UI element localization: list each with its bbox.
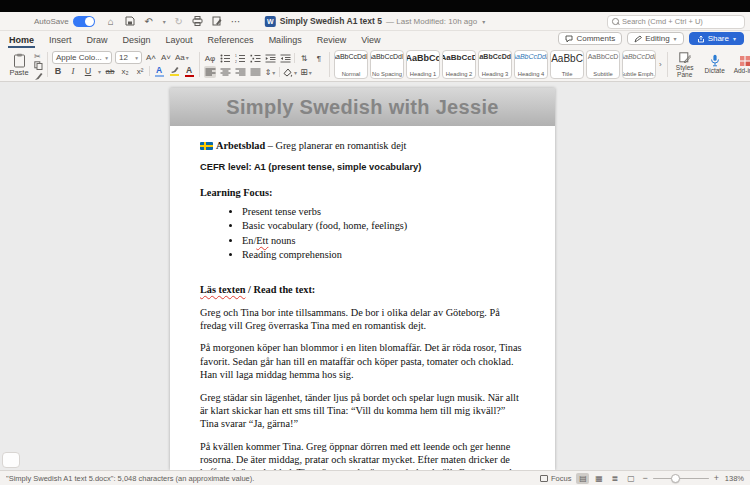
tab-view[interactable]: View — [360, 33, 381, 48]
document-header-banner: Simply Swedish with Jessie — [170, 88, 555, 126]
underline-caret[interactable]: ▾ — [98, 68, 101, 75]
sidebar-toggle[interactable] — [2, 452, 20, 468]
bold-button[interactable]: B — [52, 65, 64, 77]
text-effects-button[interactable]: A — [153, 65, 165, 77]
tab-references[interactable]: References — [207, 33, 255, 48]
zoom-slider-thumb[interactable] — [671, 474, 680, 483]
focus-toggle[interactable]: Focus — [540, 474, 571, 483]
outline-view-button[interactable]: ≣ — [608, 473, 621, 484]
zoom-out-button[interactable]: − — [642, 473, 647, 483]
decrease-indent-button[interactable] — [264, 52, 276, 64]
document-page[interactable]: Simply Swedish with Jessie Arbetsblad – … — [170, 88, 555, 470]
share-label: Share — [708, 34, 729, 43]
subscript-button[interactable]: x₂ — [119, 65, 131, 77]
print-layout-view-button[interactable]: ▤ — [576, 473, 589, 484]
style-chip-heading2[interactable]: AaBbCcDHeading 2 — [442, 50, 476, 79]
document-title-area[interactable]: W Simply Swedish A1 text 5 — Last Modifi… — [265, 12, 485, 30]
svg-text:1: 1 — [235, 54, 237, 58]
print-icon[interactable] — [192, 15, 204, 27]
grow-font-button[interactable]: A˄ — [145, 52, 157, 64]
font-size-combobox[interactable]: 12▾ — [115, 51, 142, 64]
dictate-button[interactable]: Dictate — [702, 50, 728, 79]
tab-draw[interactable]: Draw — [86, 33, 109, 48]
zoom-slider[interactable] — [653, 473, 709, 483]
addins-button[interactable]: Add-ins — [732, 50, 750, 79]
cut-icon[interactable]: ✂ — [34, 52, 43, 61]
font-name-combobox[interactable]: Apple Colo...▾ — [52, 51, 112, 64]
document-body[interactable]: Arbetsblad – Greg planerar en romantisk … — [170, 126, 555, 470]
justify-button[interactable] — [249, 66, 261, 78]
zoom-in-button[interactable]: + — [714, 473, 719, 483]
worksheet-heading: Arbetsblad – Greg planerar en romantisk … — [200, 139, 525, 152]
tab-home[interactable]: Home — [8, 33, 35, 48]
styles-gallery: AaBbCcDdENormal AaBbCcDdENo Spacing AaBb… — [334, 50, 663, 79]
numbered-list-button[interactable]: 12 — [234, 52, 246, 64]
tab-review[interactable]: Review — [316, 33, 348, 48]
line-spacing-button[interactable]: ⇕▾ — [264, 66, 276, 78]
shrink-font-button[interactable]: A˅ — [160, 52, 172, 64]
multilevel-list-button[interactable] — [249, 52, 261, 64]
zoom-percentage[interactable]: 138% — [724, 474, 744, 483]
ribbon-divider — [47, 52, 48, 77]
autosave-toggle[interactable] — [73, 16, 95, 27]
share-button[interactable]: Share ▾ — [689, 32, 744, 45]
font-color-button[interactable]: A — [183, 65, 195, 77]
gallery-expand-icon[interactable]: › — [658, 60, 663, 69]
more-commands-icon[interactable]: ⋯ — [230, 15, 242, 27]
text-effects-bar — [155, 75, 164, 77]
superscript-button[interactable]: x² — [134, 65, 146, 77]
undo-dropdown-caret[interactable]: ▾ — [163, 18, 166, 25]
align-right-button[interactable] — [234, 66, 246, 78]
borders-button[interactable]: ⊞▾ — [300, 66, 312, 78]
tab-insert[interactable]: Insert — [48, 33, 73, 48]
borders-glyph: ⊞ — [300, 67, 308, 77]
show-formatting-button[interactable]: ¶ — [313, 52, 325, 64]
style-chip-heading3[interactable]: AaBbCcDdEHeading 3 — [478, 50, 512, 79]
italic-button[interactable]: I — [67, 65, 79, 77]
dictate-label: Dictate — [705, 67, 725, 74]
style-chip-heading4[interactable]: AaBbCcDdEHeading 4 — [514, 50, 548, 79]
style-chip-normal[interactable]: AaBbCcDdENormal — [334, 50, 368, 79]
style-chip-title[interactable]: AaBbCTitle — [550, 50, 584, 79]
phonetic-guide-button[interactable]: Aφ — [204, 52, 216, 64]
style-chip-subtle-emphasis[interactable]: AaBbCcDdESubtle Emph... — [622, 50, 656, 79]
style-chip-subtitle[interactable]: AaBbCcDSubtitle — [586, 50, 620, 79]
bullet-list-button[interactable] — [219, 52, 231, 64]
document-workspace[interactable]: Simply Swedish with Jessie Arbetsblad – … — [0, 82, 750, 470]
style-brush-icon[interactable] — [34, 72, 43, 82]
styles-pane-button[interactable]: Styles Pane — [672, 50, 698, 79]
align-left-button[interactable] — [204, 66, 216, 78]
spellcheck-flagged-word: Ett — [256, 235, 268, 246]
strikethrough-button[interactable]: ab — [104, 65, 116, 77]
pencil-icon — [634, 35, 642, 43]
comments-button[interactable]: Comments — [558, 32, 622, 45]
format-painter-icon[interactable] — [211, 15, 223, 27]
styles-pane-label: Styles Pane — [672, 64, 698, 78]
change-case-button[interactable]: Aa▾ — [175, 52, 189, 64]
ribbon-home: Paste ✂ Apple Colo...▾ 12▾ — [0, 48, 750, 82]
paste-button[interactable]: Paste — [6, 50, 32, 79]
highlight-color-button[interactable] — [168, 65, 180, 77]
character-count-status[interactable]: "Simply Swedish A1 text 5.docx": 5,048 c… — [6, 474, 540, 483]
style-chip-heading1[interactable]: AaBbCcHeading 1 — [406, 50, 440, 79]
sort-button[interactable]: ⇅ — [298, 52, 310, 64]
tab-layout[interactable]: Layout — [165, 33, 194, 48]
underline-button[interactable]: U — [82, 65, 94, 77]
save-icon[interactable] — [124, 15, 136, 27]
copy-icon[interactable] — [34, 61, 43, 72]
increase-indent-button[interactable] — [279, 52, 291, 64]
undo-icon[interactable]: ↶ — [143, 15, 155, 27]
tab-design[interactable]: Design — [122, 33, 152, 48]
draft-view-button[interactable]: ▢ — [624, 473, 637, 484]
home-icon[interactable]: ⌂ — [105, 15, 117, 27]
clipboard-group: Paste ✂ — [6, 50, 43, 79]
title-dropdown-caret[interactable]: ▾ — [482, 18, 485, 25]
editing-mode-button[interactable]: Editing ▾ — [627, 32, 683, 45]
search-input[interactable]: Search (Cmd + Ctrl + U) — [607, 15, 745, 29]
style-chip-no-spacing[interactable]: AaBbCcDdENo Spacing — [370, 50, 404, 79]
redo-icon[interactable]: ↻ — [173, 15, 185, 27]
tab-mailings[interactable]: Mailings — [268, 33, 303, 48]
align-center-button[interactable] — [219, 66, 231, 78]
shading-button[interactable]: ▾ — [283, 66, 297, 78]
web-layout-view-button[interactable]: ▦ — [592, 473, 605, 484]
